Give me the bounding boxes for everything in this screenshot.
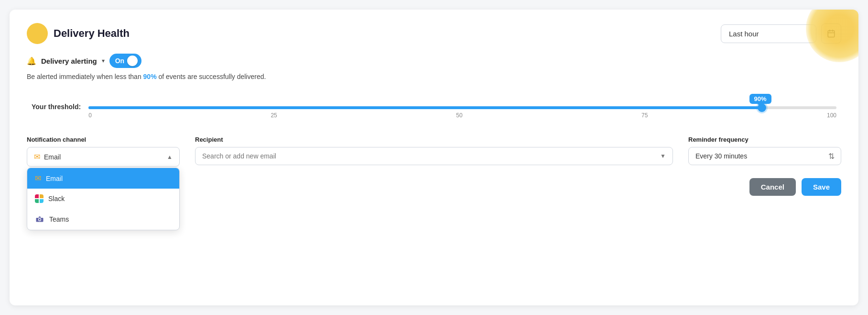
- tick-0: 0: [88, 112, 92, 119]
- channel-dropdown-menu: ✉ Email Slack: [27, 168, 180, 230]
- toggle-button[interactable]: On: [109, 54, 141, 68]
- channel-label: Notification channel: [27, 136, 180, 143]
- recipient-group: Recipient ▼: [195, 136, 673, 165]
- channel-selected-value: Email: [44, 153, 61, 161]
- slider-track[interactable]: [88, 106, 836, 109]
- description-text: Be alerted immediately when less than 90…: [27, 73, 841, 80]
- threshold-highlight: 90%: [143, 73, 157, 80]
- email-icon: ✉: [34, 152, 40, 161]
- recipient-input[interactable]: [202, 152, 660, 160]
- channel-dropdown-trigger[interactable]: ✉ Email ▲: [27, 147, 180, 167]
- main-card: Delivery Health Last hour 🔔 Delivery ale…: [10, 10, 858, 305]
- slider-label: Your threshold:: [32, 103, 81, 111]
- time-selector[interactable]: Last hour: [721, 24, 816, 43]
- slider-row: Your threshold: 90% 0 25 50 75 100: [32, 95, 836, 119]
- channel-option-email-label: Email: [46, 175, 63, 182]
- header-right: Last hour: [721, 23, 841, 44]
- delivery-health-icon: [27, 23, 48, 44]
- teams-icon: [35, 214, 44, 224]
- reminder-select[interactable]: Every 15 minutes Every 30 minutes Every …: [688, 147, 841, 165]
- header: Delivery Health Last hour: [27, 23, 841, 44]
- email-option-icon: ✉: [35, 174, 41, 183]
- description-before: Be alerted immediately when less than: [27, 73, 143, 80]
- threshold-slider-section: Your threshold: 90% 0 25 50 75 100: [27, 95, 841, 119]
- slack-icon-q1: [35, 194, 39, 198]
- description-after: of events are successfully delivered.: [157, 73, 266, 80]
- slider-fill: [88, 106, 761, 109]
- recipient-input-wrapper: ▼: [195, 147, 673, 165]
- channel-option-slack[interactable]: Slack: [27, 189, 179, 209]
- tick-50: 50: [456, 112, 462, 119]
- recipient-label: Recipient: [195, 136, 673, 143]
- teams-svg-icon: [35, 214, 44, 224]
- alert-bar: 🔔 Delivery alerting ▾ On: [27, 54, 841, 68]
- reminder-group: Reminder frequency Every 15 minutes Ever…: [688, 136, 841, 165]
- channel-option-email[interactable]: ✉ Email: [27, 168, 179, 189]
- form-section: Notification channel ✉ Email ▲ ✉ Email: [27, 136, 841, 167]
- calendar-icon: [827, 29, 835, 38]
- page-title: Delivery Health: [54, 27, 130, 40]
- slack-icon-q2: [40, 194, 43, 198]
- tick-25: 25: [271, 112, 277, 119]
- toggle-knob: [127, 56, 138, 66]
- chevron-up-icon: ▲: [167, 154, 173, 160]
- channel-group: Notification channel ✉ Email ▲ ✉ Email: [27, 136, 180, 167]
- slider-ticks: 0 25 50 75 100: [88, 112, 836, 119]
- tick-100: 100: [827, 112, 836, 119]
- calendar-button[interactable]: [821, 23, 841, 44]
- recipient-dropdown-arrow[interactable]: ▼: [660, 153, 666, 159]
- channel-option-teams-label: Teams: [49, 215, 69, 223]
- chevron-down-icon[interactable]: ▾: [102, 57, 105, 64]
- channel-option-teams[interactable]: Teams: [27, 209, 179, 230]
- save-button[interactable]: Save: [802, 178, 841, 196]
- slider-thumb[interactable]: [758, 103, 766, 112]
- channel-option-slack-label: Slack: [48, 195, 65, 202]
- slider-track-wrapper: 90% 0 25 50 75 100: [88, 95, 836, 119]
- slack-icon-q3: [35, 199, 39, 203]
- slack-icon-q4: [40, 199, 43, 203]
- cancel-button[interactable]: Cancel: [749, 178, 796, 196]
- slack-icon: [35, 194, 43, 203]
- toggle-label: On: [115, 57, 124, 65]
- slider-tooltip: 90%: [749, 94, 771, 104]
- channel-dropdown-wrapper: ✉ Email ▲ ✉ Email: [27, 147, 180, 167]
- channel-trigger-left: ✉ Email: [34, 152, 61, 161]
- reminder-label: Reminder frequency: [688, 136, 841, 143]
- tick-75: 75: [641, 112, 648, 119]
- header-left: Delivery Health: [27, 23, 130, 44]
- svg-rect-0: [828, 31, 835, 37]
- reminder-select-wrapper: Every 15 minutes Every 30 minutes Every …: [688, 147, 841, 165]
- bell-icon: 🔔: [27, 56, 36, 66]
- alert-label[interactable]: Delivery alerting: [41, 57, 97, 65]
